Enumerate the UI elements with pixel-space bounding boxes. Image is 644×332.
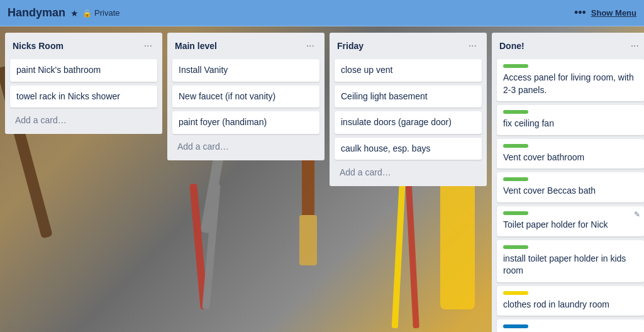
column-header-done: Done! ··· <box>497 38 644 54</box>
column-header-friday: Friday ··· <box>335 38 482 54</box>
column-more-icon-nicks-room[interactable]: ··· <box>142 39 155 53</box>
label-blue <box>503 324 528 328</box>
card-vent-cover-bathroom[interactable]: Vent cover bathroom <box>497 139 644 169</box>
label-green <box>503 64 528 68</box>
column-title-done: Done! <box>499 41 525 51</box>
card-new-faucet[interactable]: New faucet (if not vanity) <box>172 86 319 108</box>
column-main-level: Main level ··· Install Vanity New faucet… <box>167 33 325 160</box>
column-title-main-level: Main level <box>175 41 217 51</box>
column-title-nicks-room: Nicks Room <box>13 41 64 51</box>
add-card-friday[interactable]: Add a card… <box>335 163 482 181</box>
column-more-icon-friday[interactable]: ··· <box>466 39 479 53</box>
card-insulate-doors[interactable]: insulate doors (garage door) <box>335 111 482 134</box>
column-done: Done! ··· Access panel for living room, … <box>492 33 644 332</box>
column-header-nicks-room: Nicks Room ··· <box>10 38 157 54</box>
card-towel-rack[interactable]: towel rack in Nicks shower <box>10 86 157 108</box>
lock-icon: 🔒 <box>82 9 92 18</box>
column-title-friday: Friday <box>337 41 364 51</box>
card-toilet-paper-nick[interactable]: Toilet paper holder for Nick ✎ <box>497 206 644 236</box>
column-more-icon-main-level[interactable]: ··· <box>304 39 317 53</box>
label-green <box>503 245 528 249</box>
add-card-nicks-room[interactable]: Add a card… <box>10 111 157 129</box>
label-green <box>503 144 528 148</box>
header-right: ••• Show Menu <box>574 6 636 19</box>
column-friday: Friday ··· close up vent Ceiling light b… <box>330 33 487 186</box>
card-access-panel[interactable]: Access panel for living room, with 2-3 p… <box>497 59 644 101</box>
column-header-main-level: Main level ··· <box>172 38 319 54</box>
label-green <box>503 177 528 181</box>
column-more-icon-done[interactable]: ··· <box>628 39 641 53</box>
card-edit-icon[interactable]: ✎ <box>634 210 640 219</box>
card-hang-retractable[interactable]: hang retractable white roller in laundry… <box>497 319 644 332</box>
show-menu-button[interactable]: Show Menu <box>591 8 636 18</box>
card-install-vanity[interactable]: Install Vanity <box>172 59 319 82</box>
label-yellow <box>503 291 528 295</box>
card-toilet-paper-kids[interactable]: install toilet paper holder in kids room <box>497 240 644 282</box>
label-green <box>503 211 528 215</box>
card-ceiling-light[interactable]: Ceiling light basement <box>335 86 482 108</box>
card-clothes-rod[interactable]: clothes rod in laundry room <box>497 286 644 316</box>
star-icon[interactable]: ★ <box>70 8 79 18</box>
private-label: Private <box>94 8 119 18</box>
card-paint-foyer[interactable]: paint foyer (handiman) <box>172 111 319 134</box>
column-nicks-room: Nicks Room ··· paint Nick's bathroom tow… <box>5 33 162 134</box>
card-paint-nicks-bathroom[interactable]: paint Nick's bathroom <box>10 59 157 82</box>
boards-container: Nicks Room ··· paint Nick's bathroom tow… <box>0 26 644 332</box>
board-title: Handyman <box>8 6 65 19</box>
label-green <box>503 110 528 114</box>
card-close-up-vent[interactable]: close up vent <box>335 59 482 82</box>
card-vent-cover-beccas[interactable]: Vent cover Beccas bath <box>497 172 644 202</box>
add-card-main-level[interactable]: Add a card… <box>172 138 319 155</box>
app-header: Handyman ★ 🔒 Private ••• Show Menu <box>0 0 644 26</box>
card-caulk-house[interactable]: caulk house, esp. bays <box>335 138 482 160</box>
card-fix-ceiling-fan[interactable]: fix ceiling fan <box>497 105 644 135</box>
header-more-icon[interactable]: ••• <box>574 6 586 19</box>
